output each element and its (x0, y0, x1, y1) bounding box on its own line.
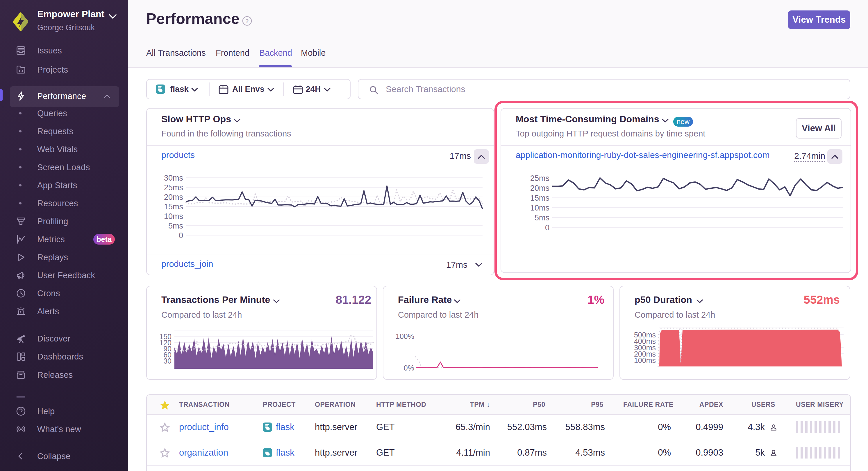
svg-text:?: ? (246, 18, 249, 24)
